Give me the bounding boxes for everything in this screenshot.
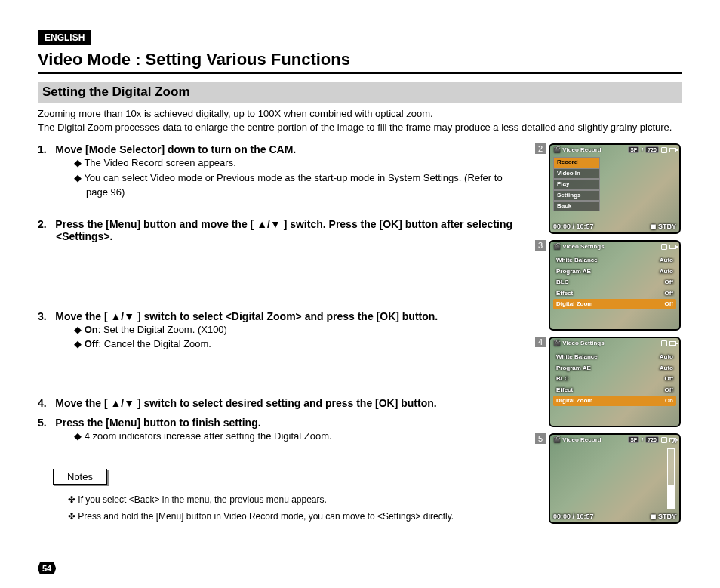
thumbnails-column: 2 🎬 Video Record SF / 720 Record Video I… [535,143,682,525]
notes-label: Notes [53,469,107,485]
card-icon [661,340,667,346]
thumb-title: Video Settings [562,243,604,250]
note-item: Press and hold the [Menu] button in Vide… [68,509,523,525]
screenshot-2: 🎬 Video Record SF / 720 Record Video In … [549,143,681,234]
setting-row[interactable]: White BalanceAuto [553,255,676,266]
setting-key: Effect [556,386,573,394]
step-number: 4. [38,397,47,409]
step-number: 5. [38,417,47,429]
steps-column: 1. Move [Mode Selector] down to turn on … [38,143,523,525]
thumb-title: Video Settings [562,340,604,346]
menu-item-settings[interactable]: Settings [553,190,600,201]
card-icon [661,244,667,250]
step-1: 1. Move [Mode Selector] down to turn on … [38,143,523,200]
screenshot-5: 🎬 Video Record SF / 720 W T 00:00 / 10:5… [549,433,681,524]
step-number: 2. [38,218,47,230]
step-4: 4. Move the [ ▲/▼ ] switch to select des… [38,397,523,409]
setting-value: Off [664,375,673,383]
step-sub: Off: Cancel the Digital Zoom. [74,337,523,352]
zoom-indicator [667,448,675,509]
setting-key: BLC [556,375,568,383]
setting-value: Auto [660,257,673,264]
menu-item-record[interactable]: Record [553,157,600,168]
notes-list: If you select <Back> in the menu, the pr… [38,492,523,525]
setting-key: Digital Zoom [556,300,592,308]
menu-item-play[interactable]: Play [553,179,600,189]
thumb-number: 3 [535,240,546,251]
quality-badge: SF [628,436,639,443]
slash: / [642,146,643,153]
slash: / [642,436,643,443]
section-title: Setting the Digital Zoom [38,82,682,103]
step-heading: Press the [Menu] button and move the [ ▲… [55,218,512,242]
step-sub: On: Set the Digital Zoom. (X100) [74,322,523,337]
setting-key: BLC [556,279,568,286]
step-heading: Move the [ ▲/▼ ] switch to select <Digit… [55,310,438,322]
menu-list: Record Video In Play Settings Back [553,157,600,211]
battery-icon [669,341,676,346]
setting-key: White Balance [556,257,598,264]
battery-icon [669,148,676,152]
step-5: 5. Press the [Menu] button to finish set… [38,417,523,444]
setting-row[interactable]: EffectOff [553,288,676,299]
setting-value: On [665,397,673,405]
step-3: 3. Move the [ ▲/▼ ] switch to select <Di… [38,310,523,352]
step-number: 3. [38,310,47,322]
setting-row[interactable]: White BalanceAuto [553,352,676,362]
step-sub: 4 zoom indicators increase after setting… [74,429,523,444]
setting-key: Digital Zoom [556,397,592,405]
setting-row[interactable]: Program AEAuto [553,363,676,374]
status-stby: ◼ STBY [651,513,676,520]
setting-value: Auto [660,268,673,276]
screenshot-4: 🎬 Video Settings White BalanceAutoProgra… [549,337,681,427]
setting-value: Off [664,300,673,308]
intro-line: The Digital Zoom processes data to enlar… [38,122,672,133]
status-stby: ◼ STBY [651,223,676,230]
setting-value: Auto [660,353,673,361]
time-counter: 00:00 / 10:57 [553,223,594,230]
card-icon [661,147,667,153]
menu-item-videoin[interactable]: Video In [553,168,600,179]
setting-row[interactable]: BLCOff [553,374,676,384]
thumb-2-wrap: 2 🎬 Video Record SF / 720 Record Video I… [535,143,682,234]
page-number: 54 [38,562,56,574]
setting-value: Off [664,386,673,394]
page-title: Video Mode : Setting Various Functions [38,45,682,74]
thumb-title: Video Record [562,436,601,443]
setting-key: Program AE [556,268,591,276]
setting-key: Program AE [556,365,591,372]
intro-line: Zooming more than 10x is achieved digita… [38,108,433,119]
battery-icon [669,245,676,249]
thumb-4-wrap: 4 🎬 Video Settings White BalanceAutoProg… [535,337,682,427]
screenshot-3: 🎬 Video Settings White BalanceAutoProgra… [549,240,681,331]
step-heading: Move the [ ▲/▼ ] switch to select desire… [55,397,436,409]
card-icon [661,437,667,443]
setting-value: Auto [660,365,673,372]
menu-item-back[interactable]: Back [553,201,600,211]
step-sub: The Video Record screen appears. [74,155,523,171]
res-badge: 720 [645,146,659,153]
setting-key: Effect [556,290,573,297]
intro-text: Zooming more than 10x is achieved digita… [38,107,682,134]
time-counter: 00:00 / 10:57 [553,513,594,520]
setting-row[interactable]: BLCOff [553,277,676,288]
note-item: If you select <Back> in the menu, the pr… [68,492,523,509]
quality-badge: SF [628,146,639,153]
step-sub: You can select Video mode or Previous mo… [74,171,523,200]
step-number: 1. [38,143,47,155]
step-heading: Press the [Menu] button to finish settin… [55,417,260,429]
setting-row[interactable]: Digital ZoomOn [553,396,676,406]
zoom-w-label: W [671,438,677,445]
setting-value: Off [664,290,673,297]
setting-row[interactable]: Digital ZoomOff [553,299,676,309]
thumb-title: Video Record [562,146,601,153]
thumb-5-wrap: 5 🎬 Video Record SF / 720 W T 00:00 [535,433,682,524]
setting-row[interactable]: Program AEAuto [553,266,676,277]
step-2: 2. Press the [Menu] button and move the … [38,218,523,242]
setting-value: Off [664,279,673,286]
setting-key: White Balance [556,353,598,361]
setting-row[interactable]: EffectOff [553,385,676,396]
step-heading: Move [Mode Selector] down to turn on the… [55,143,296,155]
thumb-number: 5 [535,433,546,444]
thumb-3-wrap: 3 🎬 Video Settings White BalanceAutoProg… [535,240,682,331]
